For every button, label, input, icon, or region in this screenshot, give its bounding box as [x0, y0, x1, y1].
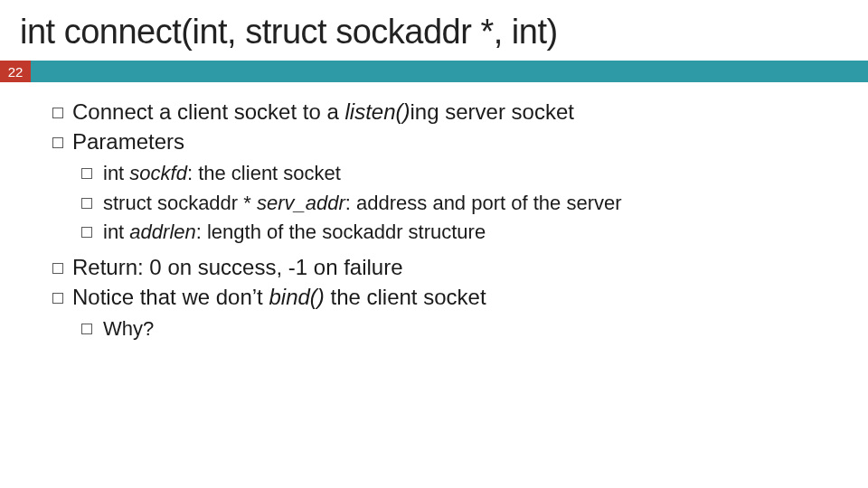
text-italic: addrlen — [129, 221, 195, 243]
text-italic: sockfd — [129, 162, 187, 184]
text: Return: 0 on success, -1 on failure — [72, 255, 403, 279]
page-number-badge: 22 — [0, 61, 31, 82]
accent-bar — [31, 61, 868, 82]
param-servaddr: struct sockaddr * serv_addr: address and… — [80, 191, 832, 216]
bullet-return: Return: 0 on success, -1 on failure — [49, 254, 832, 282]
text-italic: listen() — [345, 99, 410, 124]
bullet-connect: Connect a client socket to a listen()ing… — [49, 99, 832, 127]
text: : address and port of the server — [345, 192, 622, 214]
bullet-parameters: Parameters int sockfd: the client socket… — [49, 128, 832, 245]
text: the client socket — [325, 285, 486, 309]
text-italic: serv_addr — [257, 192, 345, 214]
bullet-why: Why? — [80, 316, 832, 342]
text: : length of the sockaddr structure — [196, 221, 486, 243]
text: Notice that we don’t — [72, 285, 269, 309]
text: int — [103, 221, 129, 243]
header-bar: 22 — [0, 61, 868, 82]
text: struct sockaddr * — [103, 192, 257, 214]
slide-body: Connect a client socket to a listen()ing… — [0, 82, 868, 343]
slide-title: int connect(int, struct sockaddr *, int) — [0, 0, 868, 61]
text: ing server socket — [410, 99, 574, 124]
text: Why? — [103, 317, 154, 340]
text-italic: bind() — [269, 285, 324, 309]
param-addrlen: int addrlen: length of the sockaddr stru… — [80, 220, 832, 245]
text: Parameters — [72, 129, 184, 154]
bullet-notice: Notice that we don’t bind() the client s… — [49, 284, 832, 343]
text: Connect a client socket to a — [72, 99, 345, 124]
text: : the client socket — [187, 162, 341, 184]
text: int — [103, 162, 129, 184]
param-sockfd: int sockfd: the client socket — [80, 161, 832, 186]
